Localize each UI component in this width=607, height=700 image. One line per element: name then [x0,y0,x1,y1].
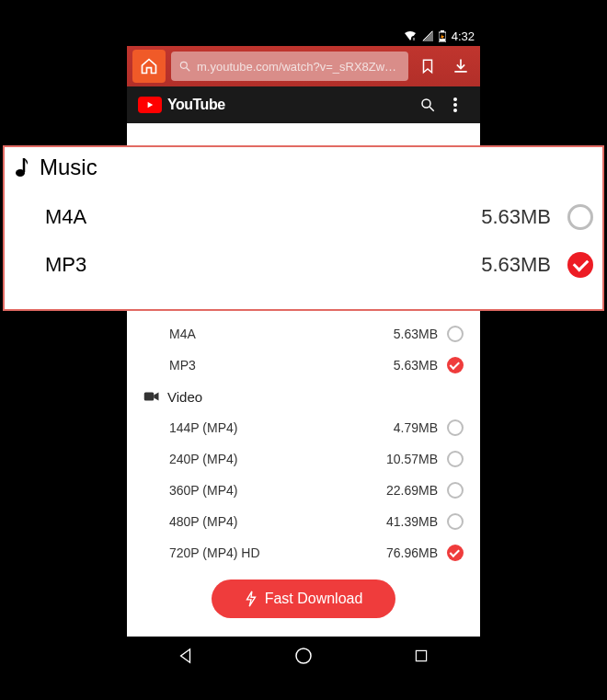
radio-unselected[interactable] [447,482,464,499]
circle-home-icon [294,647,313,665]
youtube-play-icon [138,97,162,113]
format-label: MP3 [45,253,86,277]
battery-icon [439,30,446,42]
svg-point-15 [16,169,25,177]
radio-selected[interactable] [447,357,464,373]
svg-point-11 [453,109,457,112]
svg-point-9 [453,98,457,101]
home-icon [140,57,158,75]
url-bar: m.youtube.com/watch?v=_sRX8Zw… [127,46,480,86]
svg-line-8 [429,107,434,111]
svg-rect-4 [440,39,445,41]
svg-rect-14 [416,650,426,660]
bookmark-button[interactable] [414,50,441,83]
radio-unselected[interactable] [447,326,464,342]
youtube-logo[interactable]: YouTube [138,97,225,113]
status-time: 4:32 [452,29,475,43]
format-size: 5.63MB [394,358,438,373]
triangle-back-icon [178,648,194,664]
nav-home-button[interactable] [285,637,322,674]
format-label: M4A [45,205,86,229]
format-list: M4A 5.63MB MP3 5.63MB Video 144P (MP4)4.… [127,318,480,618]
format-size: 4.79MB [394,420,438,435]
nav-back-button[interactable] [167,637,204,674]
lightning-icon [245,591,258,607]
android-nav-bar [127,637,480,675]
download-icon [452,57,470,75]
radio-selected[interactable] [567,252,593,278]
music-callout: Music M4A 5.63MB MP3 5.63MB [3,145,604,311]
callout-title: Music [40,155,97,180]
signal-icon [422,30,433,41]
fast-download-button[interactable]: Fast Download [212,580,395,618]
format-label: 480P (MP4) [169,514,237,529]
radio-unselected[interactable] [447,451,464,467]
format-label: MP3 [169,358,196,373]
video-section-label: Video [167,389,202,405]
format-label: 720P (MP4) HD [169,545,260,560]
svg-point-13 [296,648,311,663]
nav-recent-button[interactable] [403,637,440,674]
search-icon [419,97,436,113]
callout-row[interactable]: MP3 5.63MB [14,241,593,289]
format-size: 22.69MB [386,483,438,498]
youtube-menu-button[interactable] [441,98,469,112]
video-format-row[interactable]: 240P (MP4)10.57MB [143,443,464,475]
youtube-search-button[interactable] [414,97,441,113]
search-icon [178,60,191,73]
phone-frame: x 4:32 m.youtube.com/watch?v=_sRX8Zw… Yo… [127,26,480,675]
format-size: 76.96MB [386,545,438,560]
music-format-row[interactable]: MP3 5.63MB [143,350,464,381]
format-size: 41.39MB [386,514,438,529]
video-icon [143,390,160,403]
format-size: 10.57MB [386,452,438,466]
radio-unselected[interactable] [447,513,464,530]
music-note-icon [14,156,30,178]
format-label: 144P (MP4) [169,420,237,435]
radio-unselected[interactable] [447,419,464,436]
format-size: 5.63MB [481,205,551,229]
callout-header: Music [14,155,593,180]
radio-unselected[interactable] [567,204,593,230]
callout-row[interactable]: M4A 5.63MB [14,193,593,241]
svg-point-10 [453,103,457,107]
svg-rect-12 [144,393,155,401]
format-size: 5.63MB [481,253,551,277]
youtube-brand-text: YouTube [167,97,225,113]
wifi-icon: x [404,30,417,41]
status-bar: x 4:32 [127,26,480,46]
format-label: M4A [169,327,196,341]
video-section-header: Video [143,381,464,412]
svg-line-6 [187,68,190,72]
youtube-header: YouTube [127,86,480,123]
radio-selected[interactable] [447,545,464,561]
video-format-row[interactable]: 480P (MP4)41.39MB [143,506,464,537]
download-button[interactable] [447,50,475,83]
svg-point-5 [180,62,187,68]
kebab-icon [453,98,457,112]
home-button[interactable] [132,50,166,83]
fast-download-label: Fast Download [265,591,363,607]
bookmark-icon [419,57,436,75]
music-format-row[interactable]: M4A 5.63MB [143,318,464,350]
svg-point-7 [422,99,430,108]
format-label: 240P (MP4) [169,452,237,466]
url-text: m.youtube.com/watch?v=_sRX8Zw… [197,60,396,74]
video-format-row[interactable]: 144P (MP4)4.79MB [143,412,464,443]
format-size: 5.63MB [394,327,438,341]
url-input[interactable]: m.youtube.com/watch?v=_sRX8Zw… [171,52,408,81]
square-recent-icon [414,648,429,663]
video-format-row[interactable]: 360P (MP4)22.69MB [143,475,464,506]
video-format-row[interactable]: 720P (MP4) HD76.96MB [143,537,464,568]
format-label: 360P (MP4) [169,483,237,498]
